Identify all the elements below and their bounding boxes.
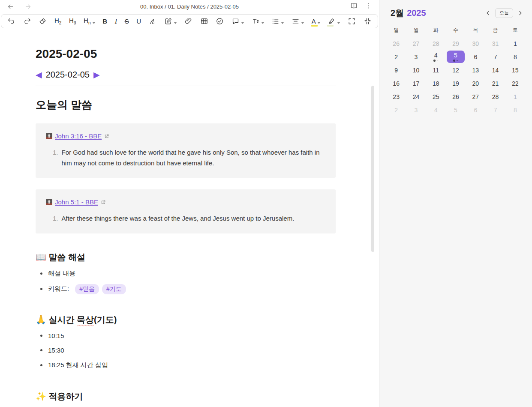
strikethrough-button[interactable]: S [124,15,129,27]
calendar-day[interactable]: 26 [446,90,466,103]
calendar-day[interactable]: 1 [505,37,525,50]
calendar-day[interactable]: 27 [406,37,426,50]
calendar-panel: 2월 2025 오늘 일월화수목금토 262728293031123456789… [379,0,532,407]
table-button[interactable] [200,15,209,27]
attachment-button[interactable] [184,15,193,27]
calendar-day[interactable]: 28 [426,37,446,50]
spacing-menu-button[interactable] [291,15,304,27]
insert-menu-button[interactable] [164,15,177,27]
calendar-day[interactable]: 14 [485,63,505,77]
calendar-day[interactable]: 12 [446,63,466,77]
pen-icon[interactable] [148,15,157,27]
heading2-button[interactable]: H2 [54,15,62,27]
calendar-day[interactable]: 15 [505,63,525,77]
calendar-day[interactable]: 8 [505,50,525,63]
external-link-icon [101,200,106,205]
calendar-day[interactable]: 21 [485,77,505,90]
more-menu-icon[interactable] [365,2,372,11]
calendar-day[interactable]: 31 [485,37,505,50]
calendar-day[interactable]: 28 [485,90,505,103]
prev-day-link[interactable]: ◀ [36,70,42,80]
calendar-day[interactable]: 25 [426,90,446,103]
bold-button[interactable]: B [102,15,108,27]
calendar-day[interactable]: 26 [386,37,406,50]
calendar-day[interactable]: 3 [406,103,426,117]
calendar-day[interactable]: 7 [485,103,505,117]
underline-button[interactable]: U [136,15,141,27]
history-back-icon[interactable] [7,3,14,10]
calendar-day[interactable]: 17 [406,77,426,90]
calendar-day[interactable]: 6 [466,103,485,117]
calendar-day[interactable]: 6 [466,50,485,63]
verse-link-row[interactable]: John 3:16 - BBE [46,132,325,140]
calendar-day[interactable]: 4 [426,103,446,117]
calendar-day[interactable]: 11 [426,63,446,77]
date-nav-label: 2025-02-05 [46,70,90,80]
calendar-weekdays: 일월화수목금토 [379,27,532,34]
verse-link[interactable]: John 3:16 - BBE [55,132,102,140]
verse-link[interactable]: John 5:1 - BBE [55,198,98,206]
italic-button[interactable]: I [114,15,117,27]
expand-button[interactable] [347,15,356,27]
font-color-button[interactable]: A [311,15,321,27]
calendar-day[interactable]: 16 [386,77,406,90]
calendar-day[interactable]: 5 [446,103,466,117]
calendar-prev-icon[interactable] [485,10,491,16]
sparkles-emoji: ✨ [36,392,46,401]
scrollbar-thumb[interactable] [371,86,374,252]
breadcrumb[interactable]: 00. Inbox / 01. Daily Notes / 2025-02-05 [140,3,239,10]
reader-view-icon[interactable] [350,2,358,12]
calendar-day[interactable]: 29 [446,37,466,50]
highlight-color-button[interactable] [327,15,340,27]
calendar-next-icon[interactable] [517,10,523,16]
clear-format-icon[interactable] [38,15,47,27]
verse-link-row[interactable]: John 5:1 - BBE [46,198,325,206]
bullet-dot [40,272,42,275]
hashtag-prayer[interactable]: #기도 [102,284,126,294]
bible-favicon-icon [46,133,52,139]
calendar-day-selected[interactable]: 5 [447,51,465,63]
calendar-year-label: 2025 [407,8,426,18]
redo-icon[interactable] [23,15,32,27]
calendar-day[interactable]: 27 [466,90,485,103]
verse-text: After these things there was a feast of … [62,213,295,224]
calendar-day[interactable]: 2 [386,103,406,117]
calendar-day[interactable]: 9 [386,63,406,77]
hashtag-faith[interactable]: #믿음 [75,284,99,294]
calendar-day[interactable]: 8 [505,103,525,117]
undo-icon[interactable] [7,15,16,27]
shrink-button[interactable] [363,15,372,27]
weekday-label: 일 [386,27,406,34]
calendar-day[interactable]: 23 [386,90,406,103]
calendar-day[interactable]: 19 [446,77,466,90]
next-day-link[interactable]: ▶ [93,70,100,80]
prayer-title-post: (기도) [94,315,117,324]
calendar-day[interactable]: 18 [426,77,446,90]
section-heading-prayer: 🙏 실시간 묵상(기도) [36,314,336,326]
toolbar: H2H3HnBISUA [1,14,378,28]
note-title[interactable]: 2025-02-05 [36,47,336,61]
calendar-day[interactable]: 7 [485,50,505,63]
text-style-button[interactable] [251,15,264,27]
calendar-day[interactable]: 20 [466,77,485,90]
calendar-grid: 2627282930311234567891011121314151617181… [379,37,532,117]
comment-button[interactable] [231,15,244,27]
todo-button[interactable] [215,15,224,27]
calendar-day[interactable]: 3 [406,50,426,63]
history-forward-icon[interactable] [24,3,32,10]
calendar-day[interactable]: 22 [505,77,525,90]
list-menu-button[interactable] [271,15,284,27]
bullet-dot [40,288,42,290]
calendar-day[interactable]: 13 [466,63,485,77]
today-button[interactable]: 오늘 [495,8,513,18]
calendar-day[interactable]: 1 [505,90,525,103]
bullet-text: 10:15 [48,332,64,339]
heading3-button[interactable]: H3 [69,15,76,27]
calendar-day[interactable]: 10 [406,63,426,77]
top-bar: 00. Inbox / 01. Daily Notes / 2025-02-05 [0,0,379,13]
calendar-day[interactable]: 2 [386,50,406,63]
calendar-day[interactable]: 30 [466,37,485,50]
calendar-day[interactable]: 24 [406,90,426,103]
calendar-day[interactable]: 4 [426,50,446,63]
heading-menu-button[interactable]: Hn [83,15,95,27]
